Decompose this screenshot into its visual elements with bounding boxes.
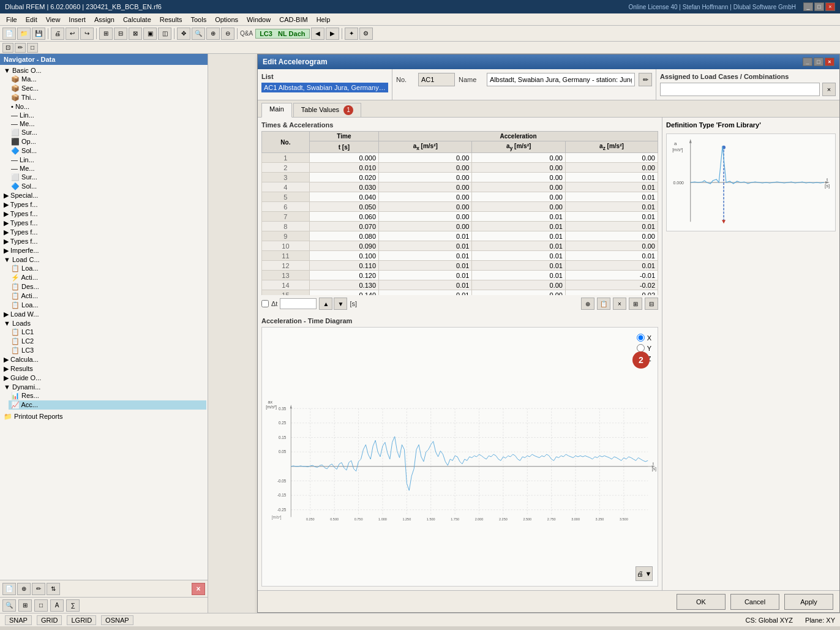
dialog-close-btn[interactable]: ×: [825, 58, 834, 66]
nav-accelerograms[interactable]: 📈 Acc...: [9, 400, 206, 410]
table-expand-btn[interactable]: ⊞: [629, 298, 642, 310]
menu-file[interactable]: File: [2, 15, 21, 24]
save-button[interactable]: 💾: [32, 28, 45, 40]
bottom-text-btn[interactable]: A: [50, 599, 64, 612]
nav-add-btn[interactable]: 📄: [2, 583, 16, 595]
undo-button[interactable]: ↩: [66, 28, 79, 40]
menu-tools[interactable]: Tools: [187, 15, 210, 24]
nav-lc3[interactable]: 📋 LC3: [9, 346, 206, 355]
spinner-up[interactable]: ▲: [319, 298, 332, 310]
nav-calculation[interactable]: ▶ Calcula...: [1, 355, 206, 364]
menu-results[interactable]: Results: [156, 15, 186, 24]
nav-nodes[interactable]: • No...: [9, 102, 206, 111]
view-button-5[interactable]: ◫: [158, 28, 171, 40]
menu-edit[interactable]: Edit: [22, 15, 41, 24]
nav-actions[interactable]: ⚡ Acti...: [9, 273, 206, 282]
nav-imperfections[interactable]: ▶ Imperfe...: [1, 246, 206, 255]
table-delete-row-btn[interactable]: ×: [613, 298, 626, 310]
nav-membersets[interactable]: — Me...: [9, 164, 206, 173]
tool-btn-1[interactable]: ✥: [177, 28, 190, 40]
nav-loadcases[interactable]: ▼ Load C...: [1, 255, 206, 264]
list-item-ac1[interactable]: AC1 Albstadt, Swabian Jura, Germany - st…: [261, 83, 388, 92]
row-t-1[interactable]: 0.000: [309, 153, 378, 163]
ok-button[interactable]: OK: [677, 594, 726, 610]
nav-section[interactable]: 📦 Sec...: [9, 84, 206, 93]
menu-options[interactable]: Options: [211, 15, 242, 24]
nav-solids[interactable]: 🔷 Sol...: [9, 146, 206, 156]
nav-types-surfaces[interactable]: ▶ Types f...: [1, 219, 206, 228]
delta-t-input[interactable]: [280, 298, 317, 309]
nav-design-sit[interactable]: 📋 Des...: [9, 282, 206, 291]
nav-types-lines[interactable]: ▶ Types f...: [1, 209, 206, 219]
tool-btn-4[interactable]: ⊖: [221, 28, 234, 40]
menu-view[interactable]: View: [42, 15, 64, 24]
bottom-search-btn[interactable]: 🔍: [2, 599, 16, 612]
nav-load-combinations[interactable]: 📋 Loa...: [9, 264, 206, 273]
nav-types-solids[interactable]: ▶ Types f...: [1, 228, 206, 237]
bottom-formula-btn[interactable]: ∑: [66, 599, 80, 612]
name-edit-btn[interactable]: ✏: [639, 73, 652, 86]
view-button-1[interactable]: ⊞: [99, 28, 113, 40]
tool-btn-3[interactable]: ⊕: [206, 28, 220, 40]
view-button-3[interactable]: ⊠: [129, 28, 142, 40]
nav-rename-btn[interactable]: ✏: [32, 583, 45, 595]
row-ax-1[interactable]: 0.00: [379, 153, 472, 163]
bottom-filter-btn[interactable]: ⊞: [18, 599, 32, 612]
name-input[interactable]: [487, 73, 635, 86]
nav-basic-objects[interactable]: ▼ Basic O...: [1, 66, 206, 75]
nav-surfacesets[interactable]: ⬜ Sur...: [9, 173, 206, 182]
nav-next-button[interactable]: ▶: [326, 28, 339, 40]
nav-solidsets[interactable]: 🔷 Sol...: [9, 182, 206, 191]
menu-insert[interactable]: Insert: [65, 15, 89, 24]
table-add-row-btn[interactable]: ⊕: [581, 298, 594, 310]
bottom-rect-btn[interactable]: □: [34, 599, 48, 612]
nav-lc2[interactable]: 📋 LC2: [9, 337, 206, 346]
nav-lines[interactable]: — Lin...: [9, 111, 206, 119]
nav-prev-button[interactable]: ◀: [311, 28, 324, 40]
menu-calculate[interactable]: Calculate: [119, 15, 155, 24]
nav-dynamic[interactable]: ▼ Dynami...: [1, 383, 206, 391]
status-snap[interactable]: SNAP: [5, 615, 32, 625]
nav-linesets[interactable]: — Lin...: [9, 156, 206, 164]
nav-close-btn[interactable]: ×: [192, 583, 205, 595]
nav-printout[interactable]: 📁 Printout Reports: [1, 412, 206, 421]
close-button[interactable]: ×: [825, 2, 835, 11]
chart-print-btn[interactable]: 🖨 ▼: [636, 566, 653, 581]
nav-types-members[interactable]: ▶ Types f...: [1, 200, 206, 209]
assigned-input[interactable]: [660, 83, 820, 96]
nav-lc1[interactable]: 📋 LC1: [9, 328, 206, 337]
nav-special[interactable]: ▶ Special...: [1, 191, 206, 200]
draw-btn-1[interactable]: ✏: [15, 43, 26, 53]
radio-input-x[interactable]: [637, 334, 645, 342]
draw-btn-2[interactable]: □: [27, 43, 38, 53]
extra-btn-1[interactable]: ✦: [345, 28, 358, 40]
open-button[interactable]: 📁: [17, 28, 31, 40]
spinner-down[interactable]: ▼: [334, 298, 347, 310]
menu-window[interactable]: Window: [243, 15, 274, 24]
maximize-button[interactable]: □: [814, 2, 824, 11]
row-az-1[interactable]: 0.00: [565, 153, 658, 163]
radio-x[interactable]: X: [637, 334, 651, 342]
minimize-button[interactable]: _: [803, 2, 813, 11]
nav-surfaces[interactable]: ⬜ Sur...: [9, 128, 206, 137]
nav-openings[interactable]: ⬛ Op...: [9, 137, 206, 146]
radio-y[interactable]: Y: [637, 344, 651, 352]
snap-btn[interactable]: ⊡: [2, 43, 13, 53]
view-button-2[interactable]: ⊟: [114, 28, 127, 40]
nav-res-combo[interactable]: 📊 Res...: [9, 391, 206, 400]
menu-help[interactable]: Help: [313, 15, 334, 24]
status-osnap[interactable]: OSNAP: [101, 615, 133, 625]
delta-t-checkbox[interactable]: [261, 300, 269, 307]
nav-load-wizards[interactable]: ▶ Load W...: [1, 310, 206, 319]
nav-material[interactable]: 📦 Ma...: [9, 75, 206, 84]
nav-loads[interactable]: ▼ Loads: [1, 319, 206, 328]
nav-sort-btn[interactable]: ⇅: [47, 583, 60, 595]
nav-copy-btn[interactable]: ⊕: [17, 583, 31, 595]
extra-btn-2[interactable]: ⚙: [359, 28, 373, 40]
assigned-clear-btn[interactable]: ×: [822, 83, 836, 96]
redo-button[interactable]: ↪: [80, 28, 94, 40]
nav-members[interactable]: — Me...: [9, 119, 206, 128]
cancel-button[interactable]: Cancel: [730, 594, 779, 610]
menu-assign[interactable]: Assign: [91, 15, 118, 24]
print-button[interactable]: 🖨: [51, 28, 64, 40]
